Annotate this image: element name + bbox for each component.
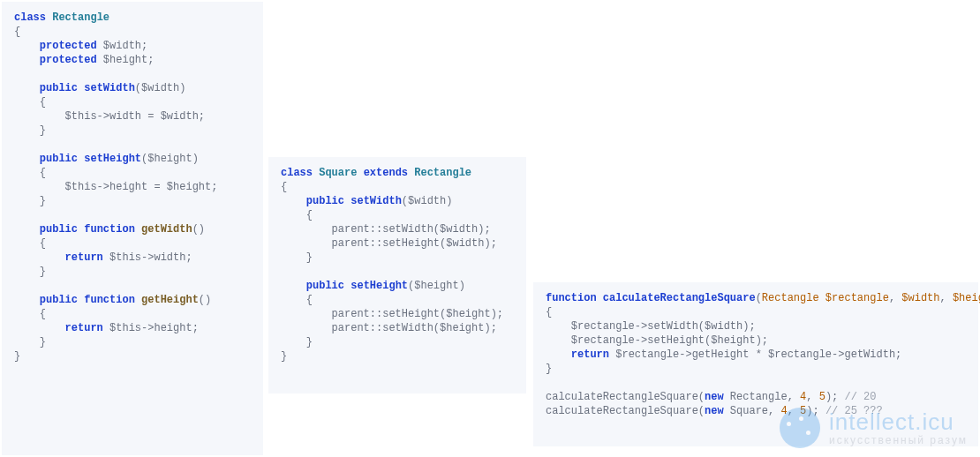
- kw-protected: protected: [40, 54, 97, 66]
- kw-return: return: [65, 322, 103, 334]
- code-text: ($height): [408, 280, 465, 292]
- kw-function: function: [78, 223, 135, 236]
- code-text: ,: [806, 391, 818, 403]
- code-text: );: [806, 405, 825, 417]
- type-rectangle: Rectangle: [408, 167, 471, 179]
- kw-protected: protected: [40, 40, 97, 52]
- kw-new: new: [705, 391, 724, 403]
- code-text: (): [192, 223, 205, 236]
- kw-public: public: [40, 153, 78, 165]
- code-text: );: [825, 391, 845, 403]
- type-rectangle: Rectangle: [52, 11, 109, 24]
- param-type: Rectangle: [762, 292, 819, 304]
- code-block-rectangle: class Rectangle { protected $width; prot…: [2, 2, 263, 455]
- code-text: parent::setWidth($width);: [332, 223, 491, 236]
- kw-class: class: [281, 167, 313, 179]
- code-text: Rectangle: [724, 391, 788, 403]
- type-square: Square: [313, 167, 357, 179]
- code-text: Square: [724, 405, 768, 417]
- num-lit: 4: [780, 405, 787, 417]
- fn-setwidth: setWidth: [344, 195, 402, 207]
- code-text: calculateRectangleSquare(: [546, 405, 705, 417]
- code-text: $this->height;: [103, 322, 199, 334]
- param-height: $height: [953, 292, 980, 304]
- kw-public: public: [40, 82, 78, 94]
- code-text: $rectangle->setHeight($height);: [571, 334, 768, 347]
- param-rect: $rectangle: [819, 292, 889, 304]
- code-text: ,: [768, 405, 780, 417]
- code-block-calculate: function calculateRectangleSquare(Rectan…: [533, 282, 978, 446]
- code-text: $width;: [97, 40, 148, 52]
- kw-public: public: [40, 294, 78, 306]
- code-text: ($width): [402, 195, 453, 207]
- kw-return: return: [571, 348, 609, 361]
- kw-extends: extends: [357, 167, 408, 179]
- num-lit: 5: [819, 391, 825, 403]
- code-block-square: class Square extends Rectangle { public …: [268, 157, 526, 393]
- fn-getwidth: getWidth: [135, 223, 192, 236]
- code-text: (): [199, 294, 211, 306]
- fn-getheight: getHeight: [135, 294, 199, 306]
- kw-public: public: [40, 223, 78, 236]
- kw-public: public: [306, 195, 344, 207]
- code-text: ($height): [141, 153, 199, 165]
- code-text: (: [756, 292, 762, 304]
- code-text: $this->width;: [103, 251, 192, 264]
- kw-function: function: [546, 292, 597, 304]
- fn-setheight: setHeight: [78, 153, 141, 165]
- kw-function: function: [78, 294, 135, 306]
- code-text: ,: [788, 405, 800, 417]
- fn-setwidth: setWidth: [78, 82, 135, 94]
- param-width: $width: [901, 292, 939, 304]
- code-text: $this->height = $height;: [65, 181, 218, 193]
- kw-return: return: [65, 251, 103, 264]
- kw-new: new: [705, 405, 724, 417]
- comment: // 20: [844, 391, 876, 403]
- kw-public: public: [306, 280, 344, 292]
- fn-calcrectsq: calculateRectangleSquare: [597, 292, 756, 304]
- code-text: parent::setHeight($height);: [332, 308, 503, 320]
- comment: // 25 ???: [825, 405, 883, 417]
- kw-class: class: [14, 11, 46, 24]
- code-text: $this->width = $width;: [65, 110, 205, 123]
- code-text: ,: [788, 391, 800, 403]
- code-text: ,: [889, 292, 901, 304]
- code-text: parent::setHeight($width);: [332, 237, 497, 250]
- code-text: $rectangle->getHeight * $rectangle->getW…: [609, 348, 901, 361]
- code-text: parent::setWidth($height);: [332, 322, 497, 334]
- code-text: ($width): [135, 82, 186, 94]
- fn-setheight: setHeight: [344, 280, 408, 292]
- code-text: calculateRectangleSquare(: [546, 391, 705, 403]
- code-text: $rectangle->setWidth($width);: [571, 320, 756, 333]
- code-text: $height;: [97, 54, 155, 66]
- code-text: ,: [940, 292, 953, 304]
